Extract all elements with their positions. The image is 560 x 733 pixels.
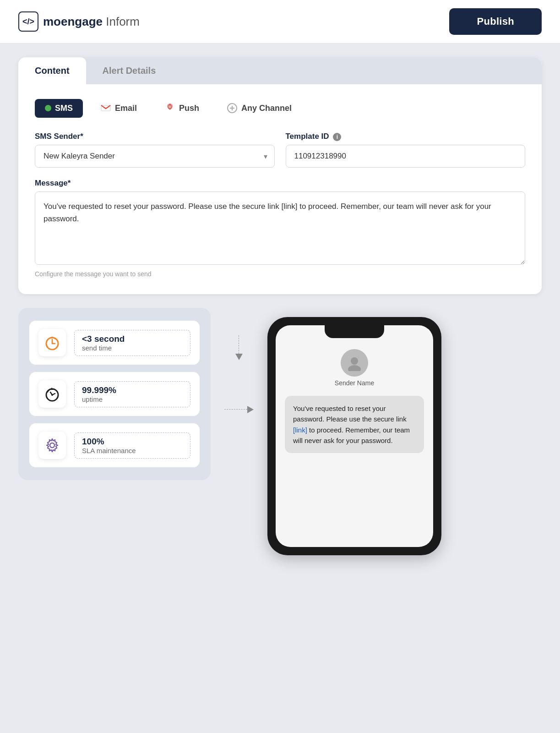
template-id-label: Template ID i <box>286 132 526 141</box>
gmail-icon <box>100 103 111 114</box>
phone-notch <box>325 325 384 338</box>
uptime-icon <box>44 386 60 402</box>
any-channel-icon <box>227 103 238 114</box>
phone-message-text1: You've requested to reset your password.… <box>293 405 407 423</box>
stat-value-uptime: 99.999% <box>82 385 183 395</box>
logo-text: moengage Inform <box>43 15 140 29</box>
sms-sender-select-wrapper: New Kaleyra Sender <box>35 145 275 168</box>
channel-any-button[interactable]: Any Channel <box>217 98 302 118</box>
stat-value-sla: 100% <box>82 437 183 447</box>
logo-area: </> moengage Inform <box>18 11 140 32</box>
template-id-input[interactable] <box>286 145 526 168</box>
stats-card: <3 second send time 99.999% <box>18 308 211 480</box>
stat-value-send-time: <3 second <box>82 334 183 344</box>
arrow-right-icon <box>247 406 254 413</box>
stat-label-send-time: send time <box>82 344 183 352</box>
any-channel-label: Any Channel <box>241 104 292 113</box>
gear-icon <box>44 437 60 454</box>
stat-text-send-time: <3 second send time <box>74 330 190 356</box>
sla-icon-box <box>38 432 66 459</box>
phone-avatar-area: Sender Name <box>335 349 374 387</box>
publish-button[interactable]: Publish <box>449 8 542 35</box>
send-time-icon-box <box>38 329 66 356</box>
timer-icon <box>44 334 60 351</box>
template-id-group: Template ID i <box>286 132 526 168</box>
message-textarea[interactable]: You've requested to reset your password.… <box>35 191 525 265</box>
phone-sender-name: Sender Name <box>335 379 374 387</box>
sms-label: SMS <box>55 104 73 113</box>
sms-sender-label: SMS Sender* <box>35 132 275 141</box>
sms-sender-group: SMS Sender* New Kaleyra Sender <box>35 132 275 168</box>
phone-message-bubble: You've requested to reset your password.… <box>285 396 424 453</box>
phone-inner: Sender Name You've requested to reset yo… <box>276 325 433 547</box>
svg-point-18 <box>351 357 358 365</box>
phone-link: [link] <box>293 426 307 434</box>
logo-icon: </> <box>18 11 38 32</box>
sms-sender-select[interactable]: New Kaleyra Sender <box>35 145 275 168</box>
channel-push-button[interactable]: Push <box>154 98 209 118</box>
svg-point-15 <box>51 394 53 396</box>
tab-alert-details[interactable]: Alert Details <box>86 57 173 84</box>
svg-point-17 <box>50 443 54 448</box>
tabs: Content Alert Details <box>18 57 542 84</box>
stat-item-send-time: <3 second send time <box>29 321 200 365</box>
v-line-top <box>239 335 239 354</box>
channel-email-button[interactable]: Email <box>90 98 147 118</box>
form-row: SMS Sender* New Kaleyra Sender Template … <box>35 132 525 168</box>
card-body: SMS Email <box>18 84 542 294</box>
down-arrow-top <box>235 335 243 360</box>
sms-dot-icon <box>45 105 51 111</box>
message-hint: Configure the message you want to send <box>35 270 525 278</box>
stat-item-uptime: 99.999% uptime <box>29 372 200 416</box>
bottom-section: <3 second send time 99.999% <box>18 308 542 555</box>
tab-content[interactable]: Content <box>18 57 86 84</box>
svg-point-19 <box>348 365 361 371</box>
main-content: Content Alert Details SMS <box>0 44 560 569</box>
message-group: Message* You've requested to reset your … <box>35 179 525 278</box>
phone-avatar <box>341 349 368 377</box>
push-label: Push <box>179 104 199 113</box>
uptime-icon-box <box>38 380 66 408</box>
stat-label-sla: SLA maintenance <box>82 447 183 454</box>
stat-text-uptime: 99.999% uptime <box>74 381 190 407</box>
channel-sms-button[interactable]: SMS <box>35 99 83 118</box>
svg-point-3 <box>169 105 171 108</box>
message-label: Message* <box>35 179 525 188</box>
content-card: Content Alert Details SMS <box>18 57 542 294</box>
template-id-info-icon: i <box>333 133 341 141</box>
right-arrow <box>224 406 254 413</box>
stat-text-sla: 100% SLA maintenance <box>74 432 190 459</box>
phone-message-text2: to proceed. Remember, our team will neve… <box>293 426 410 444</box>
stat-item-sla: 100% SLA maintenance <box>29 423 200 467</box>
email-label: Email <box>115 104 137 113</box>
arrow-down-icon-top <box>235 354 243 360</box>
avatar-icon <box>346 355 363 371</box>
channel-selector: SMS Email <box>35 98 525 118</box>
phone-mockup: Sender Name You've requested to reset yo… <box>267 317 441 555</box>
stat-label-uptime: uptime <box>82 395 183 403</box>
connector-area <box>224 308 254 413</box>
push-icon <box>164 103 175 114</box>
header: </> moengage Inform Publish <box>0 0 560 44</box>
h-line <box>224 409 247 410</box>
